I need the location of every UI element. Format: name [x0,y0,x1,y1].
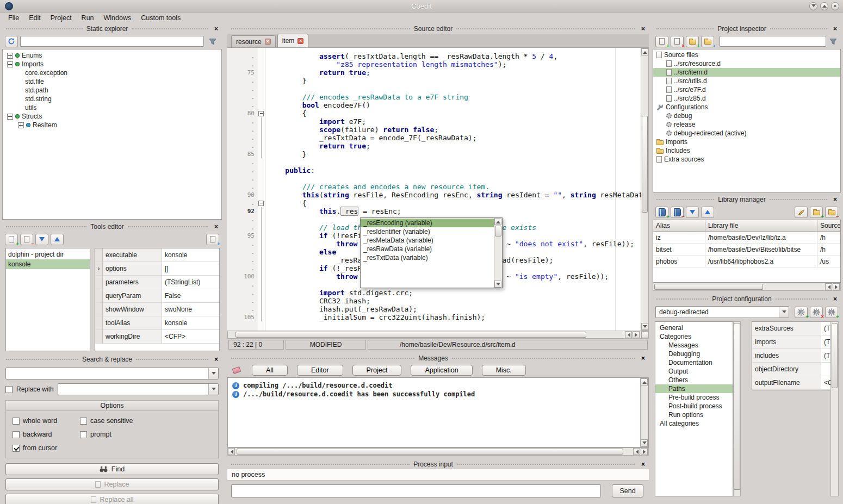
add-folder-button[interactable]: + [686,36,699,47]
checkbox-case-sensitive[interactable]: case sensitive [80,417,212,425]
process-input-field[interactable] [231,484,601,497]
send-button[interactable]: Send [612,484,643,497]
scroll-down-button[interactable] [494,281,501,288]
fold-icon[interactable] [257,109,265,117]
dropdown-button[interactable] [208,384,218,395]
edit-library-button[interactable] [795,207,808,218]
code-line[interactable]: this(string resFile, ResEncoding resEnc,… [268,191,641,199]
close-panel-button[interactable]: × [212,356,220,363]
tree-item-utils[interactable]: utils [3,103,221,112]
code-line[interactable]: import e7F; [268,117,641,126]
scroll-up-button[interactable] [641,48,648,55]
tree-item-messages[interactable]: Messages [655,341,733,350]
filter-options-button[interactable] [206,36,219,47]
code-line[interactable]: _resTxtData = encode_7F(_resRawData); [268,134,641,142]
property-value[interactable]: (TStringList) [821,335,830,349]
find-button[interactable]: Find [5,463,219,475]
tree-item-std-path[interactable]: std.path [3,86,221,95]
tree-item-others[interactable]: Others [655,376,733,384]
code-area[interactable]: assert(_resTxtData.length == _resRawData… [265,48,641,331]
close-window-button[interactable]: × [831,2,839,10]
scrollbar-thumb[interactable] [832,323,838,388]
tree-item-resitem[interactable]: ResItem [3,121,221,129]
code-line[interactable]: _initialSum = crc322uint(ihash.finish); [268,313,641,321]
code-line[interactable]: assert(_resTxtData.length == _resRawData… [268,52,641,60]
tree-item-run-options[interactable]: Run options [655,410,733,419]
tree-item-std-file[interactable]: std.file [3,77,221,86]
checkbox-from-cursor[interactable]: from cursor [13,444,77,452]
tree-item-debug[interactable]: debug [653,111,840,120]
code-line[interactable]: "z85 representation length mismatches"); [268,60,641,69]
property-row[interactable]: executablekonsole [95,248,219,262]
code-line[interactable] [268,175,641,183]
collapse-icon[interactable] [7,61,13,67]
filter-options-button[interactable] [828,36,838,47]
scroll-left-button[interactable] [825,283,832,290]
scroll-up-button[interactable] [494,218,501,225]
property-value[interactable]: False [162,289,219,302]
minimize-button[interactable] [809,2,817,10]
scroll-right-button[interactable] [641,448,648,455]
move-tool-down-button[interactable] [35,234,48,245]
messages-horizontal-scrollbar[interactable] [227,447,649,456]
code-line[interactable]: return true; [268,69,641,77]
replace-all-button[interactable]: Replace all [5,494,219,504]
tree-item-imports[interactable]: Imports [653,138,840,146]
library-from-folder-button[interactable]: + [810,207,823,218]
checkbox-whole-word[interactable]: whole word [13,417,77,425]
clone-tool-button[interactable]: + [206,234,219,245]
scrollbar-thumb[interactable] [237,449,623,455]
editor-body[interactable]: ..75....80....85....90.92..95....100....… [227,48,649,331]
code-line[interactable] [268,85,641,93]
library-row-iz[interactable]: iz/home/basile/Dev/Iz/lib/iz.a/h [653,232,840,244]
library-row-bitset[interactable]: bitset/home/basile/Dev/Bitset/lib/bitse/… [653,244,840,256]
filter-editor-button[interactable]: Editor [297,365,343,376]
clone-configuration-button[interactable]: + [825,307,838,318]
dropdown-button[interactable] [208,368,218,379]
add-source-button[interactable]: + [655,36,668,47]
configuration-grid-scrollbar[interactable] [830,321,839,496]
move-library-down-button[interactable] [686,207,699,218]
close-panel-button[interactable]: × [831,25,839,33]
code-line[interactable]: import std.digest.crc; [268,289,641,297]
menu-custom-tools[interactable]: Custom tools [136,13,185,23]
property-value[interactable]: swoNone [162,303,219,316]
library-sources-button[interactable]: − [825,207,838,218]
scrollbar-thumb[interactable] [235,332,586,338]
tree-item-imports[interactable]: Imports [3,60,221,69]
property-row[interactable]: ›options[] [95,262,219,276]
completion-item-resrawdata-variable[interactable]: _resRawData (variable) [361,245,494,253]
tree-item-extra-sources[interactable]: Extra sources [653,155,840,164]
code-line[interactable]: CRC32 ihash; [268,297,641,305]
add-tool-button[interactable]: + [5,234,18,245]
scrollbar-thumb[interactable] [495,226,501,237]
code-line[interactable]: { [268,109,641,117]
maximize-button[interactable] [820,2,828,10]
collapse-icon[interactable] [7,114,13,120]
tree-item-structs[interactable]: Structs [3,112,221,121]
symbol-filter-input[interactable] [20,36,204,47]
completion-item-restxtdata-variable[interactable]: _resTxtData (variable) [361,253,494,262]
tree-item-std-string[interactable]: std.string [3,95,221,103]
menu-project[interactable]: Project [46,13,77,23]
tree-item-categories[interactable]: Categories [655,332,733,341]
refresh-button[interactable] [5,36,18,47]
code-line[interactable]: { [268,199,641,207]
scrollbar-thumb[interactable] [642,116,648,213]
scroll-up-button[interactable] [641,378,648,385]
scrollbar-thumb[interactable] [654,284,763,290]
menu-windows[interactable]: Windows [99,13,137,23]
completion-item-residentifier-variable[interactable]: _resIdentifier (variable) [361,227,494,236]
filter-misc-button[interactable]: Misc. [482,365,526,376]
replace-input[interactable] [58,384,208,395]
editor-vertical-scrollbar[interactable] [641,48,649,331]
code-line[interactable]: return true; [268,142,641,150]
tab-item[interactable]: item× [277,34,309,47]
categories-scrollbar[interactable] [733,321,741,496]
tree-item-includes[interactable]: Includes [653,146,840,155]
property-value[interactable]: konsole [162,248,219,262]
code-line[interactable]: ihash.put(_resRawData); [268,305,641,313]
scroll-left-button[interactable] [625,331,632,338]
code-line[interactable]: } [268,150,641,158]
tree-item-source-files[interactable]: Source files [653,51,840,59]
